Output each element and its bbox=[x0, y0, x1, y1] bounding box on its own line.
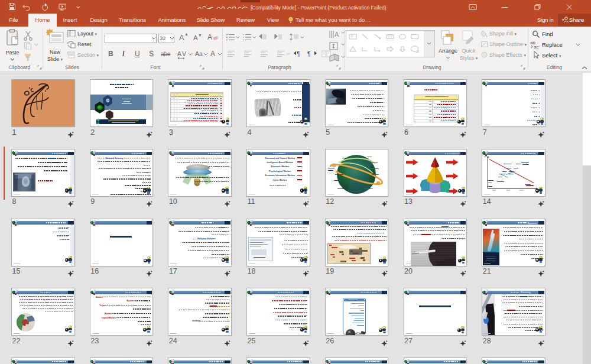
svg-text:ac: ac bbox=[534, 44, 538, 49]
svg-text:¶: ¶ bbox=[307, 51, 310, 57]
svg-text:A: A bbox=[335, 31, 339, 38]
svg-text:¶: ¶ bbox=[297, 51, 300, 57]
